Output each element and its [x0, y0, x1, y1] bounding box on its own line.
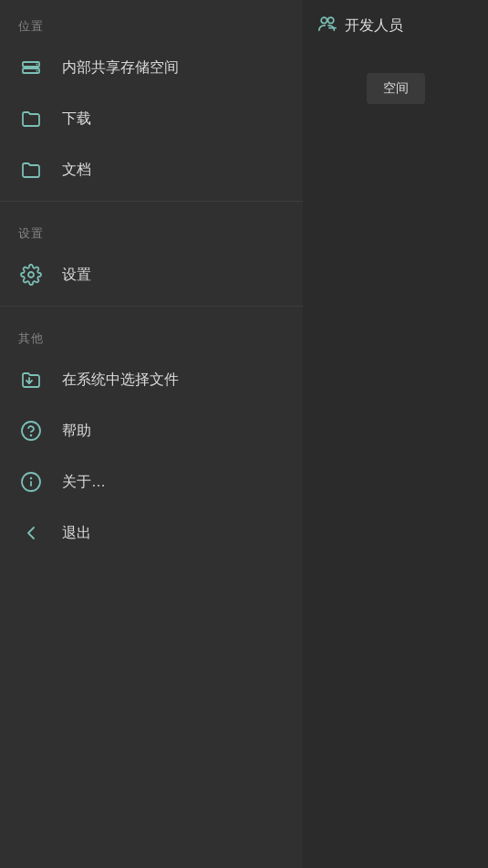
- sidebar-item-downloads[interactable]: 下载: [0, 93, 303, 144]
- right-panel: 开发人员: [303, 0, 488, 868]
- help-label: 帮助: [62, 422, 91, 441]
- documents-folder-icon: [18, 157, 44, 183]
- developer-label: 开发人员: [345, 16, 403, 36]
- sidebar-item-internal-storage[interactable]: 内部共享存储空间: [0, 42, 303, 93]
- drawer: 位置 内部共享存储空间 下载 文档 设置: [0, 0, 303, 868]
- documents-label: 文档: [62, 161, 91, 180]
- svg-point-6: [36, 70, 38, 72]
- settings-section-header: 设置: [0, 207, 303, 249]
- exit-icon: [18, 520, 44, 546]
- divider-1: [0, 201, 303, 202]
- svg-point-9: [22, 422, 40, 440]
- svg-point-1: [327, 17, 333, 23]
- svg-point-0: [321, 17, 327, 23]
- info-icon: [18, 469, 44, 495]
- location-section-header: 位置: [0, 0, 303, 42]
- exit-label: 退出: [62, 524, 91, 543]
- sidebar-item-pick-file[interactable]: 在系统中选择文件: [0, 354, 303, 405]
- sidebar-item-help[interactable]: 帮助: [0, 405, 303, 456]
- space-button[interactable]: 空间: [367, 73, 425, 104]
- settings-label: 设置: [62, 266, 91, 285]
- downloads-folder-icon: [18, 106, 44, 131]
- sidebar-item-about[interactable]: 关于…: [0, 456, 303, 507]
- help-icon: [18, 418, 44, 444]
- developer-icon: [317, 14, 337, 38]
- svg-point-5: [36, 64, 38, 66]
- right-header: 开发人员: [303, 0, 488, 51]
- storage-icon: [18, 55, 44, 80]
- space-button-area: 空间: [303, 73, 488, 104]
- gear-icon: [18, 262, 44, 288]
- sidebar-item-exit[interactable]: 退出: [0, 507, 303, 559]
- svg-point-7: [28, 272, 34, 277]
- pick-file-label: 在系统中选择文件: [62, 371, 179, 390]
- sidebar-item-settings[interactable]: 设置: [0, 249, 303, 300]
- about-label: 关于…: [62, 473, 106, 492]
- downloads-label: 下载: [62, 110, 91, 129]
- other-section-header: 其他: [0, 312, 303, 354]
- internal-storage-label: 内部共享存储空间: [62, 58, 179, 78]
- folder-open-icon: [18, 367, 44, 392]
- divider-2: [0, 306, 303, 307]
- sidebar-item-documents[interactable]: 文档: [0, 144, 303, 195]
